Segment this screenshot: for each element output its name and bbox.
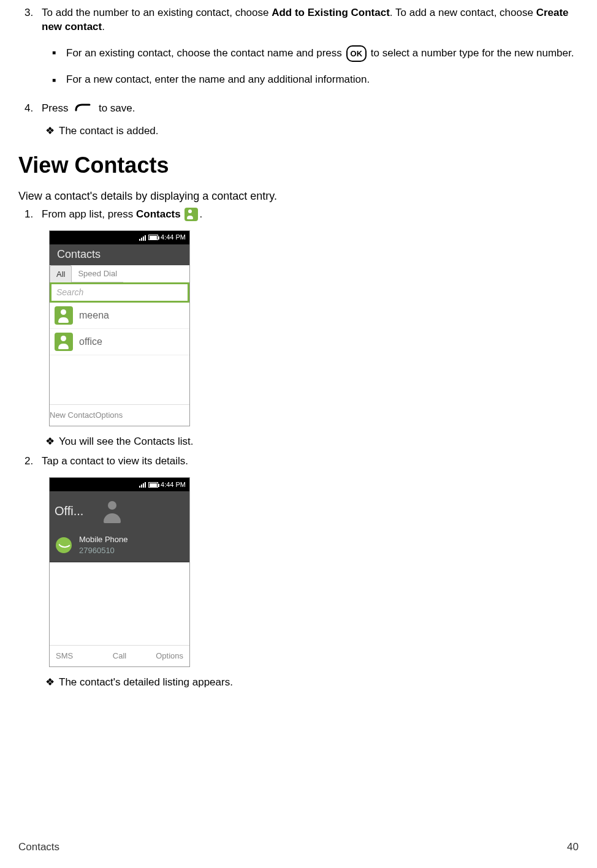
text: The contact is added.	[59, 124, 159, 138]
text: Tap a contact to view its details.	[42, 455, 579, 469]
section-heading: View Contacts	[18, 151, 579, 181]
square-bullet-icon: ■	[42, 45, 66, 62]
phone-number: 27960510	[79, 545, 128, 556]
list-marker: 1.	[18, 208, 42, 222]
phone-type-label: Mobile Phone	[79, 534, 128, 545]
softkey-right[interactable]: Options	[95, 405, 123, 426]
text: Press	[42, 102, 71, 114]
contacts-app-icon	[184, 208, 198, 221]
contact-detail-screenshot: 4:44 PM Offi... Mobile Phone 27960510 SM…	[49, 477, 190, 667]
list-marker: 2.	[18, 455, 42, 469]
softkey-right[interactable]: Options	[141, 646, 189, 666]
avatar-icon	[55, 306, 73, 325]
text: to save.	[96, 102, 135, 114]
app-title: Contacts	[50, 244, 189, 265]
result-bullet: ❖ The contact is added.	[40, 124, 579, 138]
text: From app list, press	[42, 208, 136, 220]
tabs: All Speed Dial	[50, 265, 189, 283]
text	[181, 208, 184, 220]
diamond-bullet-icon: ❖	[40, 435, 59, 449]
empty-space	[50, 562, 189, 645]
clock: 4:44 PM	[161, 480, 186, 489]
view-step-1: 1. From app list, press Contacts .	[18, 208, 579, 222]
text: For a new contact, enter the name and an…	[66, 73, 579, 87]
contacts-list-screenshot: 4:44 PM Contacts All Speed Dial Search m…	[49, 230, 190, 426]
result-bullet: ❖ You will see the Contacts list.	[40, 435, 579, 449]
contact-name: meena	[79, 309, 109, 322]
avatar-icon	[101, 499, 125, 523]
text-bold: Add to Existing Contact	[272, 7, 390, 18]
search-bar: Search	[50, 282, 189, 303]
sub-bullet: ■ For an existing contact, choose the co…	[42, 45, 579, 62]
text: For an existing contact, choose the cont…	[66, 47, 345, 59]
footer-section: Contacts	[18, 840, 59, 855]
contact-row[interactable]: office	[50, 329, 189, 355]
text: .	[102, 21, 105, 32]
empty-space	[50, 355, 189, 404]
contact-header: Offi...	[50, 491, 189, 530]
diamond-bullet-icon: ❖	[40, 676, 59, 690]
result-bullet: ❖ The contact's detailed listing appears…	[40, 676, 579, 690]
ok-key-icon: OK	[346, 45, 367, 62]
softkey-center[interactable]: Call	[98, 646, 140, 666]
softkey-left[interactable]: New Contact	[50, 405, 95, 426]
signal-icon	[139, 481, 146, 488]
contact-row[interactable]: meena	[50, 303, 189, 329]
back-key-icon	[74, 104, 93, 113]
status-bar: 4:44 PM	[50, 231, 189, 244]
battery-icon	[148, 235, 158, 240]
text: . To add a new contact, choose	[390, 7, 536, 18]
step-3: 3. To add the number to an existing cont…	[18, 6, 579, 98]
status-bar: 4:44 PM	[50, 478, 189, 491]
text: You will see the Contacts list.	[59, 435, 194, 449]
phone-icon	[56, 537, 72, 553]
signal-icon	[139, 235, 146, 241]
page-number: 40	[567, 840, 579, 855]
avatar-icon	[55, 333, 73, 351]
step-4: 4. Press to save.	[18, 102, 579, 116]
text: The contact's detailed listing appears.	[59, 676, 233, 690]
diamond-bullet-icon: ❖	[40, 124, 59, 138]
tab-all[interactable]: All	[50, 265, 72, 283]
view-step-2: 2. Tap a contact to view its details.	[18, 455, 579, 469]
text: .	[199, 208, 202, 220]
intro-text: View a contact's details by displaying a…	[18, 189, 579, 203]
list-marker: 4.	[18, 102, 42, 116]
text-bold: Contacts	[136, 208, 181, 220]
contact-name: office	[79, 335, 102, 349]
softkey-bar: New Contact Options	[50, 404, 189, 426]
clock: 4:44 PM	[161, 233, 186, 242]
text: To add the number to an existing contact…	[42, 7, 272, 18]
list-marker: 3.	[18, 6, 42, 98]
battery-icon	[148, 482, 158, 488]
softkey-left[interactable]: SMS	[50, 646, 98, 666]
softkey-bar: SMS Call Options	[50, 645, 189, 666]
search-input[interactable]: Search	[51, 284, 188, 301]
tab-speed-dial[interactable]: Speed Dial	[72, 265, 123, 283]
square-bullet-icon: ■	[42, 73, 66, 87]
contact-name: Offi...	[55, 503, 83, 519]
sub-bullet: ■ For a new contact, enter the name and …	[42, 73, 579, 87]
phone-number-row[interactable]: Mobile Phone 27960510	[50, 530, 189, 562]
page-footer: Contacts 40	[18, 840, 579, 855]
text: to select a number type for the new numb…	[368, 47, 574, 59]
